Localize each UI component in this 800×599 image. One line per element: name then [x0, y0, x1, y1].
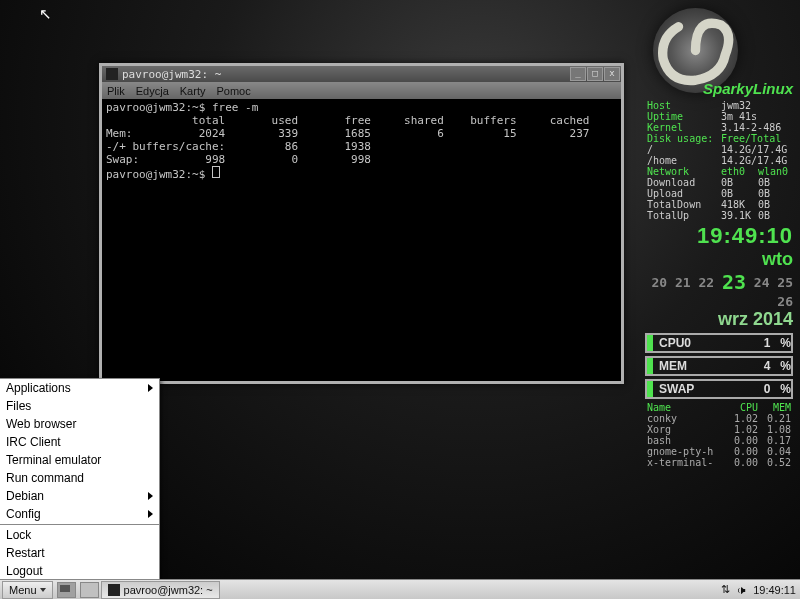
terminal-titlebar[interactable]: pavroo@jwm32: ~ _ □ x [102, 66, 621, 82]
menu-irc-client[interactable]: IRC Client [0, 433, 159, 451]
pager-1[interactable] [57, 582, 76, 598]
maximize-button[interactable]: □ [587, 67, 603, 81]
conky-time: 19:49:10 [645, 223, 793, 249]
chevron-down-icon [40, 588, 46, 592]
menu-logout[interactable]: Logout [0, 562, 159, 580]
menu-terminal[interactable]: Terminal emulator [0, 451, 159, 469]
cpu-bar: CPU01% [645, 333, 793, 353]
menu-config[interactable]: Config [0, 505, 159, 523]
menu-separator [0, 524, 159, 525]
conky-day: wto [645, 249, 793, 270]
start-menu: Applications Files Web browser IRC Clien… [0, 378, 160, 580]
mem-bar: MEM4% [645, 356, 793, 376]
menu-applications[interactable]: Applications [0, 379, 159, 397]
menu-run-command[interactable]: Run command [0, 469, 159, 487]
swap-bar: SWAP0% [645, 379, 793, 399]
menu-restart[interactable]: Restart [0, 544, 159, 562]
pager-2[interactable] [80, 582, 99, 598]
terminal-title: pavroo@jwm32: ~ [122, 68, 221, 81]
close-button[interactable]: x [604, 67, 620, 81]
terminal-output[interactable]: pavroo@jwm32:~$ free -m total used free … [102, 99, 621, 183]
volume-icon[interactable]: 🕩 [736, 584, 747, 596]
mouse-cursor: ↖ [39, 5, 52, 23]
menu-pomoc[interactable]: Pomoc [216, 85, 250, 97]
process-table: NameCPUMEM conky1.020.21 Xorg1.021.08 ba… [645, 402, 793, 468]
terminal-icon [106, 68, 118, 80]
conky-calendar: 20 21 22 23 24 25 26 [645, 270, 793, 309]
taskbar-clock[interactable]: 19:49:11 [753, 584, 796, 596]
terminal-icon [108, 584, 120, 596]
terminal-window[interactable]: pavroo@jwm32: ~ _ □ x Plik Edycja Karty … [99, 63, 624, 384]
minimize-button[interactable]: _ [570, 67, 586, 81]
menu-edycja[interactable]: Edycja [136, 85, 169, 97]
conky-panel: SparkyLinux Hostjwm32 Uptime3m 41s Kerne… [645, 80, 793, 468]
conky-month: wrz 2014 [645, 309, 793, 330]
menu-button[interactable]: Menu [2, 581, 53, 599]
menu-web-browser[interactable]: Web browser [0, 415, 159, 433]
system-tray: ⇅ 🕩 19:49:11 [715, 583, 800, 596]
cursor-block [212, 166, 220, 178]
menu-files[interactable]: Files [0, 397, 159, 415]
menu-lock[interactable]: Lock [0, 526, 159, 544]
terminal-menubar: Plik Edycja Karty Pomoc [102, 82, 621, 99]
taskbar: Menu pavroo@jwm32: ~ ⇅ 🕩 19:49:11 [0, 579, 800, 599]
distro-name: SparkyLinux [645, 80, 793, 97]
task-terminal[interactable]: pavroo@jwm32: ~ [101, 581, 220, 599]
menu-plik[interactable]: Plik [107, 85, 125, 97]
menu-karty[interactable]: Karty [180, 85, 206, 97]
menu-debian[interactable]: Debian [0, 487, 159, 505]
network-icon[interactable]: ⇅ [721, 583, 730, 596]
